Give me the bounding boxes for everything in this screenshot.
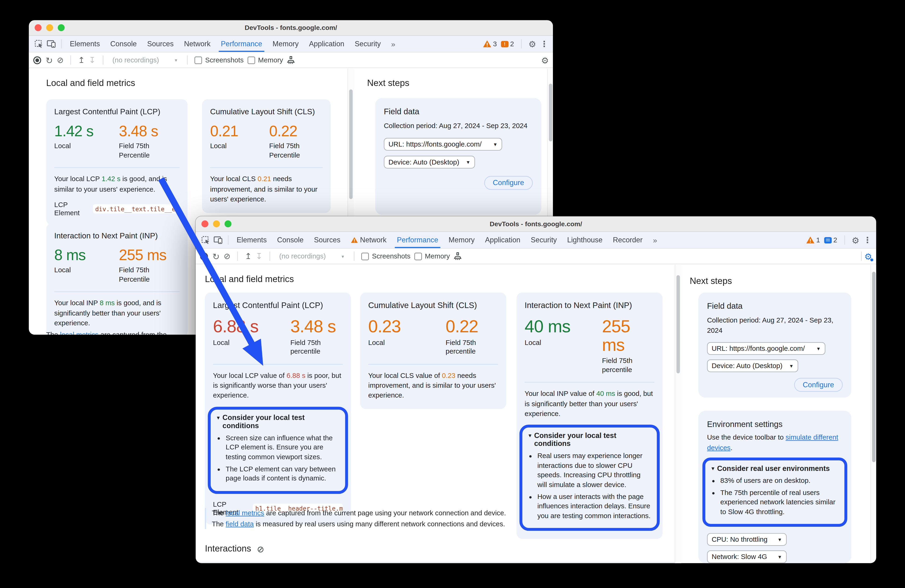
upload-profile-icon[interactable]: ↥ xyxy=(245,252,252,260)
screenshots-checkbox[interactable]: Screenshots xyxy=(362,252,410,260)
checkbox xyxy=(414,252,422,260)
metrics-scrollbar[interactable] xyxy=(675,265,681,563)
warnings-badge[interactable]: 1 xyxy=(807,236,820,244)
configure-button[interactable]: Configure xyxy=(484,176,533,190)
device-select[interactable]: Device: Auto (Desktop)▼ xyxy=(384,156,475,168)
lcp-description: Your local LCP 1.42 s is good, and is si… xyxy=(54,174,179,195)
inp-card: Interaction to Next Paint (INP) 8 ms Loc… xyxy=(46,223,188,334)
settings-gear-icon[interactable]: ⚙ xyxy=(529,40,536,48)
minimize-button[interactable] xyxy=(213,220,220,227)
divider xyxy=(237,252,238,261)
tab-memory[interactable]: Memory xyxy=(267,36,304,52)
tab-memory[interactable]: Memory xyxy=(443,232,480,248)
close-button[interactable] xyxy=(35,24,41,31)
tab-application[interactable]: Application xyxy=(304,36,349,52)
configure-button[interactable]: Configure xyxy=(794,378,843,392)
issues-badge[interactable]: 2 xyxy=(824,236,837,244)
settings-gear-icon[interactable]: ⚙ xyxy=(852,236,859,244)
tab-recorder[interactable]: Recorder xyxy=(608,232,648,248)
scrollbar-thumb[interactable] xyxy=(549,84,552,141)
upload-profile-icon[interactable]: ↥ xyxy=(78,56,85,64)
cls-local-value: 0.21 xyxy=(210,124,269,139)
cls-card: Cumulative Layout Shift (CLS) 0.23 Local… xyxy=(360,293,506,409)
device-toolbar-icon[interactable] xyxy=(213,236,223,244)
garbage-collect-icon[interactable] xyxy=(454,252,462,260)
tab-sources[interactable]: Sources xyxy=(142,36,179,52)
memory-checkbox[interactable]: Memory xyxy=(414,252,450,260)
warning-icon xyxy=(351,237,358,243)
network-throttling-select[interactable]: Network: Slow 4G▼ xyxy=(707,551,787,563)
inspect-icon[interactable] xyxy=(35,40,43,48)
device-toolbar-icon[interactable] xyxy=(47,40,56,48)
capture-settings-gear-icon[interactable]: ⚙ xyxy=(541,55,549,64)
issues-icon: ! xyxy=(501,41,508,47)
reload-record-icon[interactable]: ↻ xyxy=(46,55,53,64)
inspect-icon[interactable] xyxy=(202,236,210,244)
screenshots-checkbox[interactable]: Screenshots xyxy=(195,56,244,64)
garbage-collect-icon[interactable] xyxy=(287,56,295,64)
panel-scrollbar[interactable] xyxy=(870,265,876,563)
tab-performance[interactable]: Performance xyxy=(392,232,443,248)
warnings-badge[interactable]: 3 xyxy=(483,40,497,48)
cls-description: Your local CLS value of 0.23 needs impro… xyxy=(368,371,498,401)
more-tabs-icon[interactable]: » xyxy=(648,232,662,248)
tab-network[interactable]: Network xyxy=(179,36,216,52)
recordings-dropdown[interactable]: (no recordings)▼ xyxy=(277,252,347,260)
close-button[interactable] xyxy=(202,220,208,227)
window-title: DevTools - fonts.google.com/ xyxy=(245,24,337,31)
tab-performance[interactable]: Performance xyxy=(216,36,267,52)
kebab-menu-icon[interactable]: ⋮ xyxy=(540,40,548,48)
performance-toolbar: ↻ ⊘ ↥ ↧ (no recordings)▼ Screenshots Mem… xyxy=(196,248,876,264)
scrollbar-thumb[interactable] xyxy=(872,272,875,462)
callout-title[interactable]: ▼ Consider real user environments xyxy=(710,464,839,472)
tab-console[interactable]: Console xyxy=(105,36,142,52)
url-select[interactable]: URL: https://fonts.google.com/▼ xyxy=(384,138,502,151)
window-titlebar: DevTools - fonts.google.com/ xyxy=(196,216,876,232)
zoom-button[interactable] xyxy=(224,220,232,227)
callout-title[interactable]: ▼ Consider your local test conditions xyxy=(527,432,652,448)
download-profile-icon[interactable]: ↧ xyxy=(256,252,262,260)
download-profile-icon[interactable]: ↧ xyxy=(89,56,95,64)
reload-record-icon[interactable]: ↻ xyxy=(213,252,220,261)
tab-elements[interactable]: Elements xyxy=(65,36,105,52)
callout-title[interactable]: ▼ Consider your local test conditions xyxy=(216,414,340,430)
inp-local-value: 40 ms xyxy=(525,317,602,336)
tab-sources[interactable]: Sources xyxy=(309,232,346,248)
scrollbar-thumb[interactable] xyxy=(349,89,352,199)
cpu-throttling-select[interactable]: CPU: No throttling▼ xyxy=(707,533,787,546)
divider xyxy=(54,292,179,292)
tab-network[interactable]: Network xyxy=(346,232,392,248)
url-select[interactable]: URL: https://fonts.google.com/▼ xyxy=(707,342,825,355)
divider xyxy=(525,382,654,383)
next-steps-heading: Next steps xyxy=(367,78,410,88)
panel-settings-gear-icon[interactable]: ⚙ xyxy=(864,252,872,261)
lcp-local-value: 6.88 s xyxy=(213,317,291,336)
zoom-button[interactable] xyxy=(58,24,65,31)
tab-application[interactable]: Application xyxy=(480,232,526,248)
clear-icon[interactable]: ⊘ xyxy=(224,252,230,260)
more-tabs-icon[interactable]: » xyxy=(386,36,400,52)
tab-security[interactable]: Security xyxy=(526,232,562,248)
field-data-link[interactable]: field data xyxy=(225,520,254,528)
memory-checkbox[interactable]: Memory xyxy=(248,56,283,64)
clear-icon[interactable]: ⊘ xyxy=(57,56,64,64)
issues-badge[interactable]: ! 2 xyxy=(501,40,514,48)
tab-lighthouse[interactable]: Lighthouse xyxy=(562,232,608,248)
recordings-dropdown[interactable]: (no recordings)▼ xyxy=(110,56,180,64)
local-metrics-link[interactable]: local metrics xyxy=(60,331,98,334)
field-data-title: Field data xyxy=(384,107,533,116)
window-titlebar: DevTools - fonts.google.com/ xyxy=(29,20,553,36)
scrollbar-thumb[interactable] xyxy=(676,275,680,374)
tab-security[interactable]: Security xyxy=(349,36,386,52)
lcp-element-link[interactable]: div.tile__text.tile__edu_a xyxy=(93,204,179,214)
minimize-button[interactable] xyxy=(46,24,53,31)
devtools-window-2: DevTools - fonts.google.com/ Elements Co… xyxy=(196,216,876,563)
inp-field-value: 255 ms xyxy=(602,317,655,354)
local-metrics-link[interactable]: local metrics xyxy=(225,509,264,517)
tab-elements[interactable]: Elements xyxy=(232,232,272,248)
record-icon[interactable] xyxy=(200,252,208,261)
device-select[interactable]: Device: Auto (Desktop)▼ xyxy=(707,360,798,372)
kebab-menu-icon[interactable]: ⋮ xyxy=(864,236,872,244)
tab-console[interactable]: Console xyxy=(272,232,309,248)
record-icon[interactable] xyxy=(33,55,41,64)
